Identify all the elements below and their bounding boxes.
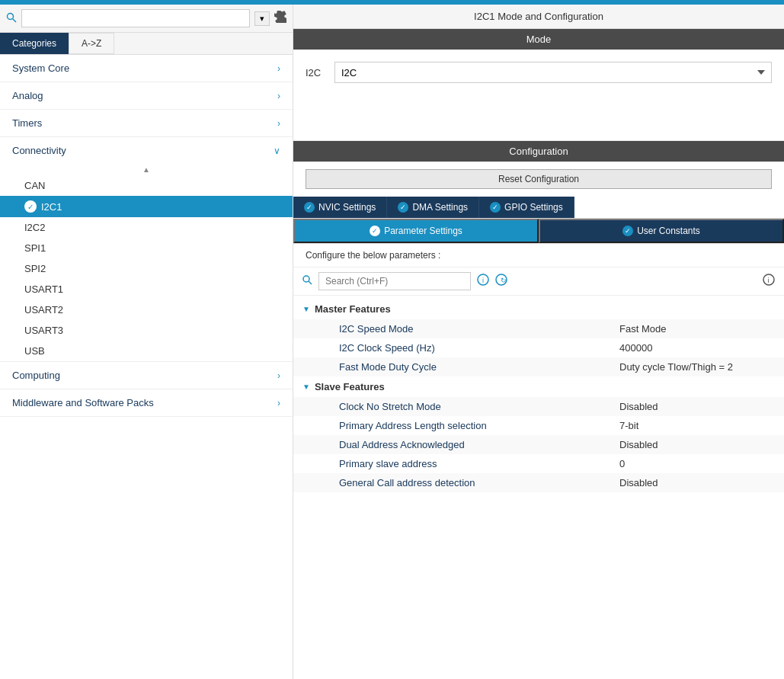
- param-name-dual-addr: Dual Address Acknowledged: [339, 439, 619, 450]
- search-input[interactable]: [21, 9, 250, 27]
- param-name-duty-cycle: Fast Mode Duty Cycle: [339, 361, 619, 373]
- categories-tab[interactable]: Categories: [0, 33, 69, 54]
- i2c-mode-label: I2C: [306, 67, 328, 78]
- system-core-chevron: ›: [277, 63, 280, 74]
- svg-text:i: i: [482, 277, 484, 284]
- slave-features-label: Slave Features: [315, 381, 385, 392]
- param-row-dual-addr: Dual Address Acknowledged Disabled: [293, 435, 784, 454]
- computing-chevron: ›: [277, 370, 280, 381]
- svg-line-1: [13, 18, 17, 22]
- sidebar-item-connectivity[interactable]: Connectivity ∨: [0, 137, 293, 164]
- master-features-group[interactable]: ▼ Master Features: [293, 299, 784, 319]
- computing-label: Computing: [12, 370, 60, 381]
- param-value-clock-stretch: Disabled: [619, 401, 772, 412]
- mode-section-header: Mode: [293, 29, 784, 50]
- gear-icon[interactable]: [274, 11, 286, 26]
- can-label: CAN: [24, 180, 45, 191]
- reset-configuration-button[interactable]: Reset Configuration: [306, 169, 772, 189]
- sidebar-subitem-spi2[interactable]: SPI2: [0, 258, 293, 279]
- category-tab-bar: Categories A->Z: [0, 33, 293, 55]
- dma-settings-label: DMA Settings: [412, 202, 468, 213]
- param-info-icon-1[interactable]: i: [477, 274, 489, 289]
- params-tree: ▼ Master Features I2C Speed Mode Fast Mo…: [293, 296, 784, 679]
- svg-point-0: [8, 13, 14, 19]
- svg-point-2: [303, 276, 309, 282]
- param-value-primary-slave: 0: [619, 458, 772, 469]
- user-constants-check-icon: ✓: [622, 226, 633, 236]
- param-info-icon-2[interactable]: ↻: [495, 274, 507, 289]
- param-row-primary-slave: Primary slave address 0: [293, 454, 784, 473]
- config-tabs-row: ✓ NVIC Settings ✓ DMA Settings ✓ GPIO Se…: [293, 197, 784, 219]
- slave-features-group[interactable]: ▼ Slave Features: [293, 376, 784, 397]
- user-constants-label: User Constants: [637, 226, 700, 236]
- middleware-chevron: ›: [277, 398, 280, 408]
- sidebar-subitem-spi1[interactable]: SPI1: [0, 238, 293, 258]
- param-value-dual-addr: Disabled: [619, 439, 772, 450]
- sidebar-subitem-usart1[interactable]: USART1: [0, 279, 293, 299]
- sidebar-item-computing[interactable]: Computing ›: [0, 362, 293, 389]
- search-dropdown-button[interactable]: ▾: [254, 11, 270, 26]
- page-title: I2C1 Mode and Configuration: [293, 5, 784, 29]
- dma-settings-tab[interactable]: ✓ DMA Settings: [387, 197, 479, 218]
- sidebar: ▾ Categories A->Z System Core › Analog ›…: [0, 5, 293, 679]
- analog-chevron: ›: [277, 91, 280, 101]
- param-row-i2c-clock: I2C Clock Speed (Hz) 400000: [293, 338, 784, 357]
- param-value-i2c-clock: 400000: [619, 342, 772, 354]
- master-features-label: Master Features: [315, 303, 391, 315]
- middleware-label: Middleware and Software Packs: [12, 397, 154, 408]
- timers-chevron: ›: [277, 118, 280, 129]
- svg-text:i: i: [768, 277, 770, 284]
- dma-check-icon: ✓: [398, 202, 408, 213]
- analog-label: Analog: [12, 90, 43, 101]
- param-value-general-call: Disabled: [619, 477, 772, 488]
- spi1-label: SPI1: [24, 242, 46, 254]
- usb-label: USB: [24, 345, 45, 357]
- param-row-duty-cycle: Fast Mode Duty Cycle Duty cycle Tlow/Thi…: [293, 357, 784, 376]
- main-content: I2C1 Mode and Configuration Mode I2C Dis…: [293, 5, 784, 679]
- parameter-settings-tab[interactable]: ✓ Parameter Settings: [293, 219, 539, 243]
- mode-row: I2C Disable I2C SMBus-Alert-Mode SMBus-D…: [306, 62, 772, 83]
- master-features-collapse-icon: ▼: [302, 305, 310, 313]
- param-name-i2c-clock: I2C Clock Speed (Hz): [339, 342, 619, 354]
- param-row-i2c-speed: I2C Speed Mode Fast Mode: [293, 319, 784, 338]
- sidebar-subitem-usb[interactable]: USB: [0, 341, 293, 361]
- param-search-input[interactable]: [318, 272, 471, 290]
- user-constants-tab[interactable]: ✓ User Constants: [539, 219, 784, 243]
- slave-features-collapse-icon: ▼: [302, 383, 310, 391]
- param-search-bar: i ↻ i: [293, 267, 784, 296]
- param-help-icon[interactable]: i: [763, 274, 775, 289]
- sidebar-subitem-usart2[interactable]: USART2: [0, 299, 293, 320]
- nvic-settings-tab[interactable]: ✓ NVIC Settings: [293, 197, 387, 218]
- sidebar-item-timers[interactable]: Timers ›: [0, 110, 293, 137]
- search-icon: [6, 12, 17, 25]
- param-check-icon: ✓: [370, 226, 380, 236]
- param-value-i2c-speed: Fast Mode: [619, 323, 772, 335]
- sidebar-subitem-i2c2[interactable]: I2C2: [0, 217, 293, 238]
- az-tab[interactable]: A->Z: [69, 33, 114, 54]
- param-search-icon: [302, 275, 312, 287]
- sidebar-item-system-core[interactable]: System Core ›: [0, 55, 293, 82]
- connectivity-chevron: ∨: [274, 146, 280, 156]
- param-row-clock-stretch: Clock No Stretch Mode Disabled: [293, 397, 784, 416]
- param-name-clock-stretch: Clock No Stretch Mode: [339, 401, 619, 412]
- sidebar-subitem-can[interactable]: CAN: [0, 175, 293, 196]
- usart3-label: USART3: [24, 325, 63, 336]
- config-section-header: Configuration: [293, 141, 784, 162]
- nvic-check-icon: ✓: [304, 202, 315, 213]
- usart1-label: USART1: [24, 283, 63, 295]
- spi2-label: SPI2: [24, 263, 46, 274]
- sidebar-subitem-usart3[interactable]: USART3: [0, 320, 293, 341]
- connectivity-section: Connectivity ∨ ▲ CAN ✓ I2C1 I2C2 SPI1: [0, 137, 293, 362]
- system-core-label: System Core: [12, 62, 69, 74]
- sidebar-item-middleware[interactable]: Middleware and Software Packs ›: [0, 389, 293, 417]
- i2c-mode-select[interactable]: Disable I2C SMBus-Alert-Mode SMBus-Devic…: [334, 62, 772, 83]
- sidebar-item-analog[interactable]: Analog ›: [0, 82, 293, 110]
- i2c1-check-icon: ✓: [24, 200, 37, 213]
- svg-line-3: [309, 281, 312, 284]
- config-sub-tabs-row: ✓ Parameter Settings ✓ User Constants: [293, 219, 784, 244]
- timers-label: Timers: [12, 117, 42, 129]
- param-name-general-call: General Call address detection: [339, 477, 619, 488]
- param-name-primary-slave: Primary slave address: [339, 458, 619, 469]
- sidebar-subitem-i2c1[interactable]: ✓ I2C1: [0, 196, 293, 217]
- gpio-settings-tab[interactable]: ✓ GPIO Settings: [479, 197, 574, 218]
